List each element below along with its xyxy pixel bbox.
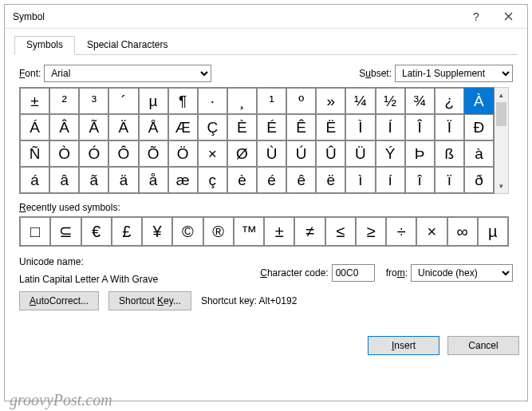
symbol-cell[interactable]: È xyxy=(227,114,257,140)
tab-special-characters[interactable]: Special Characters xyxy=(75,36,179,55)
symbol-cell[interactable]: Ç xyxy=(198,114,227,140)
symbol-cell[interactable]: Ã xyxy=(79,114,108,140)
recent-symbol-cell[interactable]: □ xyxy=(20,217,50,246)
symbol-cell[interactable]: ¶ xyxy=(168,88,198,114)
symbol-cell[interactable]: Ô xyxy=(108,140,138,167)
symbol-cell[interactable]: Ð xyxy=(464,114,494,140)
symbol-cell[interactable]: Ø xyxy=(227,140,257,167)
symbol-cell[interactable]: í xyxy=(376,167,405,193)
scroll-up-icon[interactable]: ▴ xyxy=(495,88,508,102)
symbol-cell[interactable]: · xyxy=(198,88,227,114)
symbol-cell[interactable]: æ xyxy=(168,167,198,193)
recent-symbol-cell[interactable]: ± xyxy=(264,217,294,246)
recent-symbol-cell[interactable]: ∞ xyxy=(447,217,478,246)
symbol-cell[interactable]: Ú xyxy=(286,140,316,167)
symbol-cell[interactable]: Å xyxy=(139,114,168,140)
symbol-cell[interactable]: ¾ xyxy=(405,88,435,114)
symbol-cell[interactable]: É xyxy=(257,114,286,140)
symbol-cell[interactable]: Ë xyxy=(316,114,345,140)
symbol-cell[interactable]: ² xyxy=(49,88,79,114)
symbol-cell[interactable]: Ä xyxy=(108,114,138,140)
char-code-input[interactable] xyxy=(332,264,375,282)
symbol-cell[interactable]: á xyxy=(20,167,49,193)
font-select[interactable]: Arial xyxy=(44,65,211,82)
recent-symbol-cell[interactable]: µ xyxy=(478,217,508,246)
symbol-cell[interactable]: × xyxy=(198,140,227,167)
symbol-cell[interactable]: Í xyxy=(376,114,405,140)
symbol-cell[interactable]: Þ xyxy=(405,140,435,167)
recent-symbol-cell[interactable]: × xyxy=(416,217,447,246)
symbol-cell[interactable]: Û xyxy=(316,140,345,167)
symbol-cell[interactable]: é xyxy=(257,167,286,193)
symbol-cell[interactable]: Á xyxy=(20,114,49,140)
symbol-cell[interactable]: à xyxy=(464,140,494,167)
symbol-cell[interactable]: å xyxy=(139,167,168,193)
symbol-cell[interactable]: î xyxy=(405,167,435,193)
symbol-cell[interactable]: ¿ xyxy=(435,88,464,114)
tab-symbols[interactable]: Symbols xyxy=(14,36,75,55)
recent-symbol-cell[interactable]: ≠ xyxy=(294,217,325,246)
scroll-thumb[interactable] xyxy=(496,102,506,126)
symbol-cell[interactable]: è xyxy=(227,167,257,193)
symbol-cell[interactable]: ¹ xyxy=(257,88,286,114)
symbol-cell[interactable]: Ù xyxy=(257,140,286,167)
symbol-cell[interactable]: º xyxy=(286,88,316,114)
close-button[interactable] xyxy=(492,6,524,28)
symbol-cell[interactable]: ³ xyxy=(79,88,108,114)
cancel-button[interactable]: Cancel xyxy=(447,336,519,355)
symbol-cell[interactable]: ê xyxy=(286,167,316,193)
symbol-cell[interactable]: ß xyxy=(435,140,464,167)
symbol-cell[interactable]: ± xyxy=(20,88,49,114)
scroll-down-icon[interactable]: ▾ xyxy=(495,179,508,193)
recent-symbol-cell[interactable]: € xyxy=(81,217,112,246)
symbol-cell[interactable]: Ö xyxy=(168,140,198,167)
help-button[interactable]: ? xyxy=(460,6,492,28)
symbol-cell[interactable]: Î xyxy=(405,114,435,140)
symbol-cell[interactable]: ¸ xyxy=(227,88,257,114)
from-label: from: xyxy=(386,267,408,279)
grid-scrollbar[interactable]: ▴ ▾ xyxy=(495,87,509,194)
symbol-cell[interactable]: Ý xyxy=(376,140,405,167)
symbol-cell[interactable]: ä xyxy=(108,167,138,193)
symbol-cell[interactable]: Â xyxy=(49,114,79,140)
symbol-cell[interactable]: Ï xyxy=(435,114,464,140)
symbol-cell[interactable]: Ò xyxy=(49,140,79,167)
symbol-cell[interactable]: Æ xyxy=(168,114,198,140)
symbol-cell[interactable]: ç xyxy=(198,167,227,193)
subset-select[interactable]: Latin-1 Supplement xyxy=(395,65,513,82)
recent-symbol-cell[interactable]: ≥ xyxy=(356,217,386,246)
symbol-cell[interactable]: ï xyxy=(435,167,464,193)
insert-button[interactable]: Insert xyxy=(368,336,439,355)
symbol-cell[interactable]: ã xyxy=(79,167,108,193)
symbol-cell[interactable]: Ü xyxy=(345,140,375,167)
recent-symbol-cell[interactable]: ® xyxy=(203,217,234,246)
recent-symbol-cell[interactable]: ÷ xyxy=(386,217,416,246)
unicode-name: Latin Capital Letter A With Grave xyxy=(19,274,195,285)
symbol-cell[interactable]: Ñ xyxy=(20,140,49,167)
recent-symbol-cell[interactable]: ≤ xyxy=(325,217,356,246)
symbol-cell[interactable]: µ xyxy=(139,88,168,114)
recent-symbol-cell[interactable]: ¥ xyxy=(142,217,172,246)
symbol-cell[interactable]: Ì xyxy=(345,114,375,140)
symbol-cell[interactable]: Ê xyxy=(286,114,316,140)
recent-symbol-cell[interactable]: ⊆ xyxy=(50,217,81,246)
unicode-name-label: Unicode name: xyxy=(19,256,195,267)
symbol-cell[interactable]: ¼ xyxy=(345,88,375,114)
symbol-cell[interactable]: Õ xyxy=(139,140,168,167)
symbol-cell[interactable]: ´ xyxy=(108,88,138,114)
symbol-cell[interactable]: ë xyxy=(316,167,345,193)
from-select[interactable]: Unicode (hex) xyxy=(411,264,513,282)
symbol-cell[interactable]: â xyxy=(49,167,79,193)
recent-symbol-cell[interactable]: © xyxy=(172,217,203,246)
shortcut-key-button[interactable]: Shortcut Key... xyxy=(108,291,191,310)
symbol-cell[interactable]: » xyxy=(316,88,345,114)
recent-symbol-cell[interactable]: ™ xyxy=(234,217,264,246)
symbol-cell[interactable]: ì xyxy=(345,167,375,193)
symbol-cell[interactable]: ð xyxy=(464,167,494,193)
symbol-cell[interactable]: À xyxy=(464,88,494,114)
recent-symbol-cell[interactable]: £ xyxy=(112,217,142,246)
symbol-grid: ±²³´µ¶·¸¹º»¼½¾¿ÀÁÂÃÄÅÆÇÈÉÊËÌÍÎÏÐÑÒÓÔÕÖ×Ø… xyxy=(19,87,495,194)
symbol-cell[interactable]: ½ xyxy=(376,88,405,114)
autocorrect-button[interactable]: AutoCorrect... xyxy=(19,291,99,310)
symbol-cell[interactable]: Ó xyxy=(79,140,108,167)
